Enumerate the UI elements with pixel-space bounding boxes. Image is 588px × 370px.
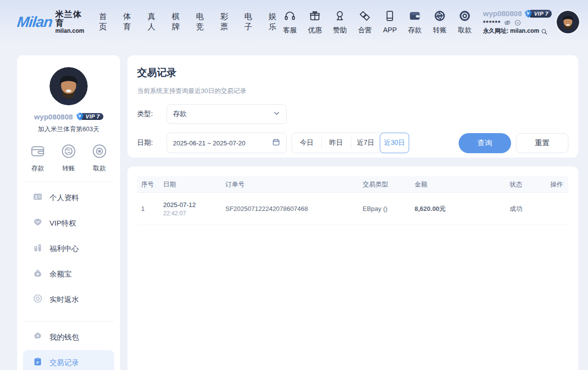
range-7days-button[interactable]: 近7日 — [351, 133, 380, 153]
wallet-icon — [409, 10, 421, 24]
nav-item-sports[interactable]: 体育 — [123, 12, 134, 32]
avatar — [49, 67, 88, 105]
vip-shield-icon — [75, 112, 84, 121]
logo-cn-text: 米兰体育 — [55, 10, 84, 28]
date-range-input[interactable]: 2025-06-21 ~ 2025-07-20 — [167, 133, 287, 153]
range-button-group: 今日 昨日 近7日 近30日 — [292, 133, 409, 153]
col-header-status: 状态 — [506, 180, 546, 189]
transfer-button[interactable]: 转账 — [61, 143, 76, 173]
logo-script-text: Milan — [16, 15, 53, 29]
vip-gem-icon — [33, 217, 43, 229]
row-amount: 8,620.00元 — [411, 205, 506, 213]
col-header-action: 操作 — [546, 180, 568, 189]
sidebar-item-welfare[interactable]: 福利中心 — [23, 236, 114, 261]
type-select[interactable]: 存款 — [167, 104, 287, 124]
date-row: 日期: 2025-06-21 ~ 2025-07-20 今日 昨日 近7日 近3… — [137, 133, 568, 153]
transfer-button[interactable]: 转账 — [430, 10, 450, 35]
sponsor-button[interactable]: 赞助 — [330, 10, 350, 35]
rebate-icon — [33, 294, 43, 305]
col-header-index: 序号 — [137, 180, 159, 189]
withdraw-button[interactable]: 取款 — [455, 10, 475, 35]
vip-level-label: VIP 7 — [530, 10, 552, 18]
vip-badge: VIP 7 — [524, 9, 552, 18]
col-header-order-no: 订单号 — [221, 180, 359, 189]
vip-badge: VIP 7 — [75, 112, 103, 121]
nav-item-home[interactable]: 首页 — [99, 12, 110, 32]
handshake-icon — [359, 10, 371, 24]
sidebar-item-yuebao[interactable]: 余额宝 — [23, 261, 114, 287]
trophy-icon — [334, 10, 346, 24]
page-title: 交易记录 — [137, 66, 568, 79]
sidebar-item-profile[interactable]: 个人资料 — [23, 185, 114, 210]
topbar-icon-group: 客服 优惠 赞助 — [280, 10, 475, 35]
perm-url-label: 永久网址: milan.com — [483, 27, 539, 35]
user-block: wyp080808 VIP 7 ****** — [483, 9, 552, 35]
sidebar: wyp080808 VIP 7 加入米兰体育第603天 存款 — [17, 55, 120, 370]
sidebar-item-transaction-records[interactable]: 交易记录 — [23, 350, 114, 370]
nav-item-esports[interactable]: 电竞 — [196, 12, 207, 32]
username: wyp080808 — [34, 113, 73, 121]
brand-logo[interactable]: Milan 米兰体育 milan.com — [17, 10, 84, 34]
moneybag-icon — [33, 268, 43, 280]
avatar[interactable] — [557, 11, 579, 33]
range-yesterday-button[interactable]: 昨日 — [321, 133, 351, 153]
sidebar-menu: 个人资料 VIP特权 福利中心 — [17, 185, 120, 312]
col-header-amount: 金额 — [411, 180, 506, 189]
nav-item-entertainment[interactable]: 娱乐 — [269, 12, 279, 32]
transfer-outline-icon — [61, 143, 76, 161]
promo-button[interactable]: 优惠 — [305, 10, 325, 35]
reset-button[interactable]: 重置 — [516, 133, 568, 153]
deposit-button[interactable]: 存款 — [405, 10, 425, 35]
nav-item-lottery[interactable]: 彩票 — [220, 12, 231, 32]
transfer-icon — [434, 10, 446, 24]
records-icon — [33, 357, 43, 369]
nav-item-slots[interactable]: 电子 — [245, 12, 255, 32]
table-header-row: 序号 日期 订单号 交易类型 金额 状态 操作 — [137, 176, 568, 193]
page-subtitle: 当前系统支持查询最近30日的交易记录 — [137, 87, 568, 95]
search-button[interactable]: 查询 — [459, 133, 511, 153]
col-header-type: 交易类型 — [359, 180, 411, 189]
service-button[interactable]: 客服 — [280, 10, 300, 35]
range-today-button[interactable]: 今日 — [292, 133, 321, 153]
wallet-outline-icon — [30, 143, 46, 161]
refresh-balance-icon[interactable] — [514, 19, 521, 26]
withdraw-outline-icon — [92, 143, 107, 161]
sidebar-item-vip[interactable]: VIP特权 — [23, 210, 114, 236]
row-type: EBpay () — [359, 205, 411, 212]
row-date: 2025-07-12 — [163, 201, 221, 208]
app-button[interactable]: APP — [380, 10, 400, 35]
divider — [23, 182, 114, 182]
row-status-badge: 成功 — [506, 205, 546, 213]
chevron-down-icon — [273, 110, 280, 118]
sidebar-item-my-wallet[interactable]: 我的钱包 — [23, 324, 114, 350]
deposit-button[interactable]: 存款 — [30, 143, 46, 173]
masked-balance: ****** — [483, 19, 501, 27]
type-label: 类型: — [137, 110, 158, 118]
range-30days-button[interactable]: 近30日 — [380, 133, 409, 153]
withdraw-button[interactable]: 取款 — [92, 143, 107, 173]
my-wallet-icon — [33, 331, 43, 343]
col-header-date: 日期 — [159, 180, 221, 189]
records-table-card: 序号 日期 订单号 交易类型 金额 状态 操作 1 2025-07-12 22:… — [127, 166, 578, 370]
vip-shield-icon — [524, 9, 533, 18]
join-days-text: 加入米兰体育第603天 — [17, 125, 120, 134]
gift-icon — [309, 10, 321, 24]
withdraw-icon — [459, 10, 471, 24]
divider — [23, 321, 114, 322]
eye-off-icon[interactable] — [504, 19, 511, 26]
headset-icon — [284, 10, 296, 24]
nav-item-live[interactable]: 真人 — [147, 12, 158, 32]
sidebar-item-rebate[interactable]: 实时返水 — [23, 287, 114, 312]
row-time: 22:42:07 — [163, 210, 221, 217]
calendar-icon — [272, 138, 280, 148]
affiliate-button[interactable]: 合营 — [355, 10, 375, 35]
search-icon[interactable] — [540, 28, 548, 35]
nav-item-chess[interactable]: 棋牌 — [172, 12, 182, 32]
vip-level-label: VIP 7 — [81, 113, 103, 120]
username: wyp080808 — [483, 9, 522, 19]
id-card-icon — [33, 192, 43, 204]
logo-domain-text: milan.com — [55, 28, 84, 34]
sidebar-menu-wallet: 我的钱包 交易记录 — [17, 324, 120, 370]
sidebar-quick-actions: 存款 转账 取款 — [17, 143, 120, 173]
welfare-icon — [33, 243, 43, 254]
